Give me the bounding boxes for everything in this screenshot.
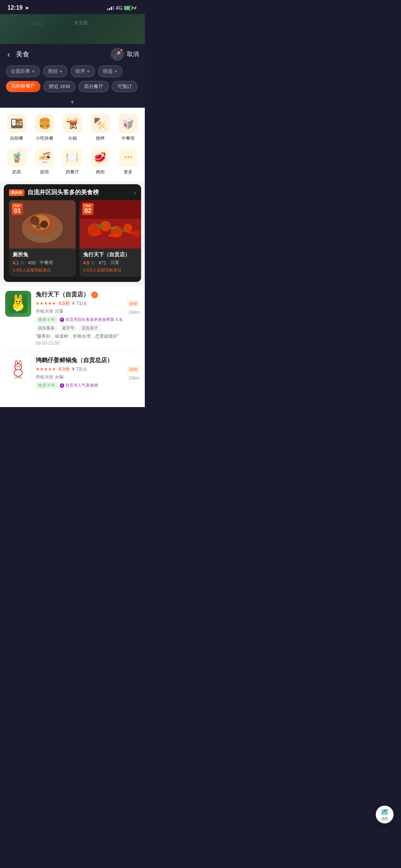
svg-point-14 <box>97 224 103 227</box>
cancel-button[interactable]: 取消 <box>127 51 139 58</box>
rank-card-1-image: TOP 01 <box>9 200 76 248</box>
rest-distance-2: 246m <box>128 376 140 381</box>
rest-score-1: 4.5分 <box>58 300 70 307</box>
verified-icon: ✓ <box>94 293 96 296</box>
pill-highscore[interactable]: 高分餐厅 <box>78 81 109 92</box>
tag-recorded-years-1: 收录 6 年 <box>36 316 58 323</box>
ranking-section[interactable]: 风向标 自流井区回头客多的美食榜 › <box>4 184 141 282</box>
rest-chain-tag-2: 连锁 <box>127 366 140 373</box>
mic-notification-dot <box>120 48 123 52</box>
tag-keyword-1: 回头客多 <box>36 325 57 332</box>
mic-button[interactable]: 🎤 <box>111 48 124 61</box>
rest-stars-1: ★★★★★ <box>36 301 56 306</box>
chinese-icon: 🥡 <box>121 117 134 130</box>
svg-point-43 <box>19 366 20 367</box>
restaurant-logo-1 <box>5 291 31 317</box>
rest-distance-1: 246m <box>128 310 140 315</box>
noodles-icon: 🍜 <box>38 151 51 163</box>
rest-score-2: 4.3分 <box>58 366 70 373</box>
western-icon: 🍽️ <box>66 151 79 163</box>
category-label-buffet: 自助餐 <box>10 135 23 142</box>
rest-chain-tag-1: 连锁 <box>127 300 140 307</box>
filter-location[interactable]: 位置距离 ▼ <box>6 65 40 77</box>
rest-tags-row-2: 收录 8 年 ✦ 自贡市人气美食榜 <box>36 382 140 389</box>
restaurant-info-1: 兔行天下（自贡店） ✓ ★★★★★ 4.5分 ¥ 71/人 连锁 丹桂大街 川菜… <box>36 291 140 346</box>
category-grid: 🍱 自助餐 🍔 小吃快餐 🫕 火锅 🍢 烧烤 <box>3 114 142 175</box>
rest-name-row-1: 兔行天下（自贡店） ✓ <box>36 291 140 299</box>
rest-price-2: ¥ 72/人 <box>72 366 88 373</box>
ranking-header: 风向标 自流井区回头客多的美食榜 › <box>4 184 141 200</box>
grilled-meat-icon: 🥩 <box>94 151 107 163</box>
filter-sort[interactable]: 排序 ▼ <box>71 65 95 77</box>
filter-row: 位置距离 ▼ 类别 ▼ 排序 ▼ 筛选 ▼ <box>6 65 139 77</box>
location-icon: ➤ <box>25 5 29 11</box>
network-label: 4G <box>115 5 123 11</box>
svg-point-5 <box>40 221 48 228</box>
rank-card-2[interactable]: TOP 02 兔行天下（自贡店） 4.5 分 · ¥71 · 川菜 1.5万人近… <box>79 200 141 277</box>
category-snacks[interactable]: 🍔 小吃快餐 <box>31 114 59 142</box>
restaurant-item-1[interactable]: 兔行天下（自贡店） ✓ ★★★★★ 4.5分 ¥ 71/人 连锁 丹桂大街 川菜… <box>5 286 140 351</box>
svg-point-40 <box>15 361 17 365</box>
svg-point-36 <box>16 301 17 302</box>
category-label-chinese: 中餐馆 <box>121 135 135 142</box>
svg-point-17 <box>94 232 102 235</box>
filter-screen[interactable]: 筛选 ▼ <box>98 65 123 77</box>
rest-rating-row-2: ★★★★★ 4.3分 ¥ 72/人 连锁 <box>36 366 140 373</box>
category-bbq[interactable]: 🍢 烧烤 <box>86 114 114 142</box>
rank-card-2-nav: 1.5万人近期导航来过 <box>83 267 141 273</box>
content-area: 🍱 自助餐 🍔 小吃快餐 🫕 火锅 🍢 烧烤 <box>0 108 145 407</box>
category-noodles[interactable]: 🍜 面馆 <box>31 147 59 175</box>
svg-point-6 <box>36 223 42 229</box>
tag-ranking-2: ✦ 自贡市人气美食榜 <box>60 383 98 388</box>
tag-recorded-years-2: 收录 8 年 <box>36 382 58 389</box>
back-button[interactable]: ‹ <box>6 49 12 60</box>
category-milk-tea[interactable]: 🧋 奶茶 <box>3 147 31 175</box>
rest-review-1: "服务好，味道鲜，价格合理，态度超级好" <box>36 333 140 339</box>
svg-point-35 <box>20 296 21 299</box>
rank-card-1[interactable]: TOP 01 厕所兔 4.1 分 · ¥93 · 中餐馆 1.4万人近期导航来过 <box>9 200 76 277</box>
category-western[interactable]: 🍽️ 西餐厅 <box>59 147 87 175</box>
rest-tags-row-1: 收录 6 年 ✦ 自贡市回头客多的美食榜第 5 名 <box>36 316 140 323</box>
buffet-icon: 🍱 <box>10 117 23 130</box>
filter-category[interactable]: 类别 ▼ <box>43 65 68 77</box>
svg-point-37 <box>19 301 20 302</box>
category-label-milktea: 奶茶 <box>12 169 21 175</box>
chevron-icon: ▼ <box>59 69 63 74</box>
svg-point-15 <box>109 227 117 229</box>
rest-name-row-2: 鸿鹤仔姜鲜锅兔（自贡总店） <box>36 357 140 364</box>
charging-icon: ⚡ <box>133 6 137 10</box>
fade-overlay <box>36 390 140 402</box>
svg-point-16 <box>121 230 127 232</box>
category-label-bbq: 烧烤 <box>96 135 105 142</box>
pill-reservable[interactable]: 可预订 <box>112 81 137 92</box>
rank-badge-1: TOP 01 <box>12 203 23 215</box>
category-chinese[interactable]: 🥡 中餐馆 <box>114 114 142 142</box>
battery-icon <box>124 6 132 10</box>
pill-fengxiangbiao[interactable]: 风向标餐厅 <box>6 81 40 92</box>
category-buffet[interactable]: 🍱 自助餐 <box>3 114 31 142</box>
rest-price-1: ¥ 71/人 <box>72 300 88 307</box>
ranking-title: 自流井区回头客多的美食榜 <box>27 189 131 196</box>
search-row: ‹ 美食 🎤 取消 <box>6 48 139 61</box>
pill-nearby[interactable]: 附近 1KM <box>43 81 75 92</box>
restaurant-item-2[interactable]: 盐都鸿鹤 鸿鹤仔姜鲜锅兔（自贡总店） ★★★★★ 4.3分 ¥ 72/人 连锁 … <box>5 351 140 407</box>
fengxiangbiao-badge: 风向标 <box>9 189 25 196</box>
hotpot-icon: 🫕 <box>66 117 79 130</box>
rest-address-1: 丹桂大街 川菜 <box>36 308 63 315</box>
status-time: 12:19 <box>7 4 23 11</box>
category-hotpot[interactable]: 🫕 火锅 <box>59 114 87 142</box>
map-text-2: 往及亲慰 <box>30 22 45 27</box>
tag-ranking-1: ✦ 自贡市回头客多的美食榜第 5 名 <box>60 317 123 322</box>
category-label-western: 西餐厅 <box>66 169 79 175</box>
tag-dot-icon-2: ✦ <box>60 383 64 388</box>
chevron-icon: ▼ <box>114 69 118 74</box>
search-panel: ‹ 美食 🎤 取消 位置距离 ▼ 类别 ▼ 排序 ▼ 筛选 ▼ <box>0 44 145 97</box>
rank-card-2-meta: 4.5 分 · ¥71 · 川菜 <box>83 260 141 266</box>
tag-keyword-3: 适合亲子 <box>79 325 101 332</box>
rank-card-2-info: 兔行天下（自贡店） 4.5 分 · ¥71 · 川菜 1.5万人近期导航来过 <box>79 248 141 277</box>
category-more[interactable]: ⋯ 更多 <box>114 147 142 175</box>
map-expand[interactable]: ▼ <box>0 97 145 108</box>
category-grilled-meat[interactable]: 🥩 烤肉 <box>86 147 114 175</box>
svg-point-44 <box>14 370 22 376</box>
rest-address-2: 丹桂大街 火锅 <box>36 374 63 380</box>
